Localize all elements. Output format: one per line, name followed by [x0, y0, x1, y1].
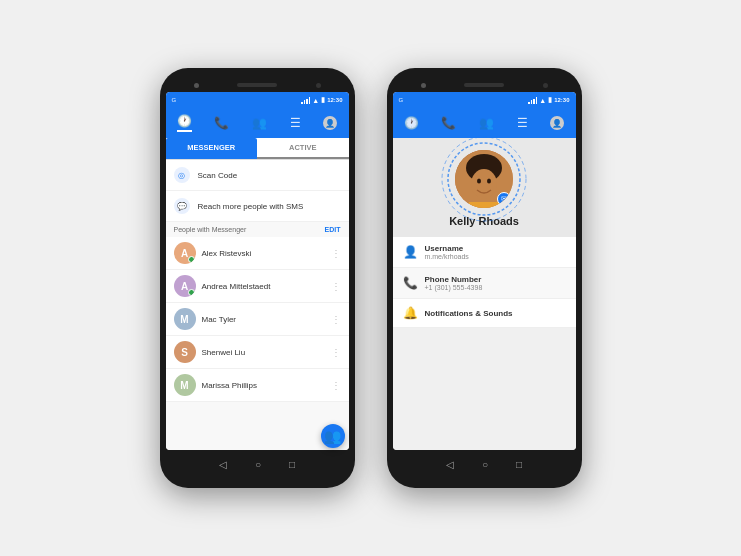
- scan-code-item[interactable]: ◎ Scan Code: [166, 160, 349, 191]
- home-button-r[interactable]: ○: [482, 459, 488, 470]
- home-button[interactable]: ○: [255, 459, 261, 470]
- avatar-alex: A: [174, 242, 196, 264]
- google-dot: [194, 83, 199, 88]
- back-button[interactable]: ◁: [219, 459, 227, 470]
- signal-bar-3: [306, 99, 308, 104]
- notifications-row[interactable]: 🔔 Notifications & Sounds: [393, 299, 576, 328]
- name-marissa: Marissa Phillips: [202, 381, 325, 390]
- phone-left: G ▲ ▮ 12:30 🕐 📞 👥 ☰ 👤 MESSEN: [160, 68, 355, 488]
- status-right-r: ▲ ▮ 12:30: [528, 96, 569, 104]
- contact-row-alex[interactable]: A Alex Ristevski ⋮: [166, 237, 349, 270]
- phone-label: Phone Number: [425, 275, 566, 284]
- battery-icon: ▮: [321, 96, 325, 104]
- bottom-bar-right: ◁ ○ □: [393, 450, 576, 478]
- nav-avatar[interactable]: 👤: [323, 116, 337, 130]
- signal-bar-4: [309, 97, 311, 104]
- svg-point-5: [477, 179, 481, 184]
- tab-bar-left: MESSENGER ACTIVE: [166, 138, 349, 160]
- camera: [316, 83, 321, 88]
- recents-button[interactable]: □: [289, 459, 295, 470]
- phone-content: Phone Number +1 (301) 555-4398: [425, 275, 566, 291]
- contact-row-andrea[interactable]: A Andrea Mittelstaedt ⋮: [166, 270, 349, 303]
- status-right: ▲ ▮ 12:30: [301, 96, 342, 104]
- svg-point-6: [487, 179, 491, 184]
- status-time: 12:30: [327, 97, 342, 103]
- google-label: G: [172, 97, 177, 103]
- phone-top-bar-left: [166, 78, 349, 92]
- dots-andrea[interactable]: ⋮: [331, 281, 341, 292]
- recents-button-r[interactable]: □: [516, 459, 522, 470]
- signal-icon: [301, 97, 310, 104]
- messenger-badge: ✉: [497, 192, 511, 206]
- username-icon: 👤: [403, 245, 417, 259]
- section-label: People with Messenger: [174, 226, 247, 233]
- status-bar-left: G ▲ ▮ 12:30: [166, 92, 349, 108]
- avatar-andrea: A: [174, 275, 196, 297]
- contact-row-mac[interactable]: M Mac Tyler ⋮: [166, 303, 349, 336]
- battery-icon-r: ▮: [548, 96, 552, 104]
- sms-icon: 💬: [174, 198, 190, 214]
- scroll-space: [166, 402, 349, 450]
- scan-code-icon: ◎: [174, 167, 190, 183]
- nav-calls-icon[interactable]: 📞: [214, 116, 229, 130]
- notifications-content: Notifications & Sounds: [425, 309, 566, 318]
- screen-left: G ▲ ▮ 12:30 🕐 📞 👥 ☰ 👤 MESSEN: [166, 92, 349, 450]
- username-content: Username m.me/krhoads: [425, 244, 566, 260]
- nav-menu-icon[interactable]: ☰: [290, 116, 301, 130]
- google-dot-r: [421, 83, 426, 88]
- nav-people-icon[interactable]: 👥: [252, 116, 267, 130]
- notifications-icon: 🔔: [403, 306, 417, 320]
- phone-top-bar-right: [393, 78, 576, 92]
- nav-recent-icon[interactable]: 🕐: [177, 114, 192, 132]
- notifications-label: Notifications & Sounds: [425, 309, 566, 318]
- dots-marissa[interactable]: ⋮: [331, 380, 341, 391]
- nav-r-calls[interactable]: 📞: [441, 116, 456, 130]
- username-value: m.me/krhoads: [425, 253, 566, 260]
- tab-messenger[interactable]: MESSENGER: [166, 138, 258, 159]
- wifi-icon-r: ▲: [539, 97, 546, 104]
- nav-r-people[interactable]: 👥: [479, 116, 494, 130]
- fab-button[interactable]: 👥: [321, 424, 345, 448]
- nav-r-avatar[interactable]: 👤: [550, 116, 564, 130]
- phone-icon: 📞: [403, 276, 417, 290]
- sms-label: Reach more people with SMS: [198, 202, 304, 211]
- signal-bar-r2: [531, 100, 533, 104]
- dots-shenwei[interactable]: ⋮: [331, 347, 341, 358]
- wifi-icon: ▲: [312, 97, 319, 104]
- google-label-r: G: [399, 97, 404, 103]
- status-time-r: 12:30: [554, 97, 569, 103]
- signal-icon-r: [528, 97, 537, 104]
- username-row[interactable]: 👤 Username m.me/krhoads: [393, 237, 576, 268]
- signal-bar-r3: [533, 99, 535, 104]
- screen-right: G ▲ ▮ 12:30 🕐 📞 👥 ☰ 👤: [393, 92, 576, 450]
- top-nav-left: 🕐 📞 👥 ☰ 👤: [166, 108, 349, 138]
- people-section-header: People with Messenger EDIT: [166, 222, 349, 237]
- nav-r-recent[interactable]: 🕐: [404, 116, 419, 130]
- status-bar-right: G ▲ ▮ 12:30: [393, 92, 576, 108]
- sms-item[interactable]: 💬 Reach more people with SMS: [166, 191, 349, 222]
- dots-mac[interactable]: ⋮: [331, 314, 341, 325]
- contact-row-marissa[interactable]: M Marissa Phillips ⋮: [166, 369, 349, 402]
- bottom-bar-left: ◁ ○ □: [166, 450, 349, 478]
- tab-active[interactable]: ACTIVE: [257, 138, 349, 159]
- profile-header: ✉ Kelly Rhoads: [393, 138, 576, 237]
- signal-bar-r1: [528, 102, 530, 104]
- edit-button[interactable]: EDIT: [325, 226, 341, 233]
- avatar-shenwei: S: [174, 341, 196, 363]
- phone-number-row[interactable]: 📞 Phone Number +1 (301) 555-4398: [393, 268, 576, 299]
- signal-bar-1: [301, 102, 303, 104]
- dots-alex[interactable]: ⋮: [331, 248, 341, 259]
- svg-point-4: [471, 169, 497, 199]
- avatar-mac: M: [174, 308, 196, 330]
- camera-r: [543, 83, 548, 88]
- avatar-marissa: M: [174, 374, 196, 396]
- back-button-r[interactable]: ◁: [446, 459, 454, 470]
- signal-bar-r4: [536, 97, 538, 104]
- speaker: [237, 83, 277, 87]
- speaker-r: [464, 83, 504, 87]
- contact-row-shenwei[interactable]: S Shenwei Liu ⋮: [166, 336, 349, 369]
- profile-photo: ✉: [455, 150, 513, 208]
- name-mac: Mac Tyler: [202, 315, 325, 324]
- nav-r-menu[interactable]: ☰: [517, 116, 528, 130]
- signal-bar-2: [304, 100, 306, 104]
